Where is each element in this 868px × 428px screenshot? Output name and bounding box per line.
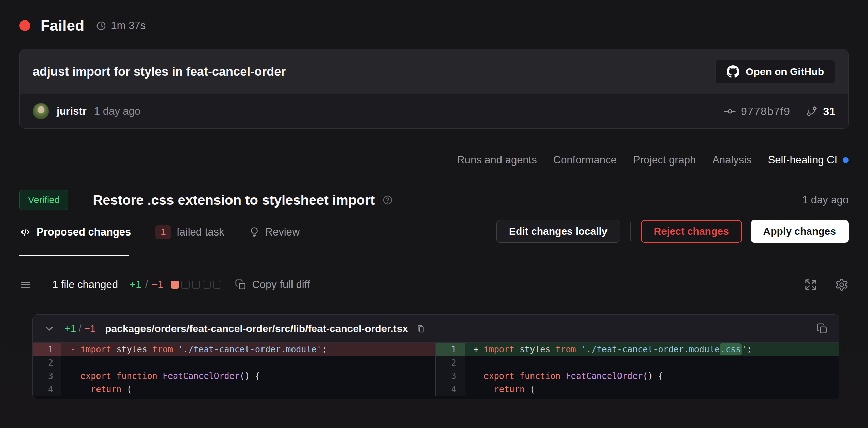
git-branch-icon <box>806 105 818 117</box>
code-line: export function FeatCancelOrder() { <box>465 369 839 383</box>
code-line: return ( <box>61 383 435 396</box>
diff-toolbar: 1 file changed +1 / −1 Copy full diff <box>19 274 849 295</box>
code-line: - import styles from './feat-cancel-orde… <box>61 343 435 356</box>
reject-changes-button[interactable]: Reject changes <box>641 220 742 243</box>
author-group: juristr 1 day ago <box>33 103 140 119</box>
copy-full-diff-label: Copy full diff <box>252 279 310 291</box>
tabs: Proposed changes 1 failed task Review <box>19 225 300 239</box>
code-line: + import styles from './feat-cancel-orde… <box>465 343 839 356</box>
diff-line: 4 return ( <box>436 383 839 396</box>
tab-proposed-changes[interactable]: Proposed changes <box>19 226 131 238</box>
nav-self-healing-ci[interactable]: Self-healing CI <box>768 154 849 166</box>
code-line <box>465 356 839 369</box>
files-changed-label: 1 file changed <box>52 279 118 291</box>
branch-count: 31 <box>823 105 835 118</box>
meter-square <box>171 281 179 289</box>
code-line: export function FeatCancelOrder() { <box>61 369 435 383</box>
nav-analysis[interactable]: Analysis <box>712 154 751 166</box>
diff-line: 3 export function FeatCancelOrder() { <box>33 369 435 383</box>
commit-meta-row: juristr 1 day ago 9778b7f9 31 <box>20 94 848 128</box>
meter-square <box>181 281 190 289</box>
file-deletions: −1 <box>84 323 95 334</box>
line-number: 2 <box>436 356 465 369</box>
branch-group[interactable]: 31 <box>806 105 835 118</box>
tab-failed-task[interactable]: 1 failed task <box>155 225 224 239</box>
file-list-menu-icon[interactable] <box>19 279 32 291</box>
failed-status-dot <box>19 20 30 31</box>
nav-runs-and-agents[interactable]: Runs and agents <box>457 154 537 166</box>
fix-header: Verified Restore .css extension to style… <box>19 190 849 210</box>
commit-details: 9778b7f9 31 <box>724 105 835 118</box>
nav-self-healing-ci-label: Self-healing CI <box>768 154 837 166</box>
diff-meter <box>171 281 221 289</box>
stats-slash: / <box>145 279 148 291</box>
fix-time: 1 day ago <box>802 194 849 206</box>
copy-full-diff-button[interactable]: Copy full diff <box>235 279 310 291</box>
line-number: 4 <box>33 383 61 396</box>
avatar[interactable] <box>33 103 49 119</box>
line-number: 2 <box>33 356 61 369</box>
copy-path-icon[interactable] <box>416 324 426 334</box>
verified-badge: Verified <box>19 190 68 210</box>
active-tab-underline <box>19 255 129 256</box>
author-name: juristr <box>57 105 87 117</box>
diff-pane-after: 1+ import styles from './feat-cancel-ord… <box>436 343 839 396</box>
run-duration: 1m 37s <box>96 19 146 32</box>
line-number: 3 <box>436 369 465 383</box>
code-line <box>61 356 435 369</box>
open-on-github-button[interactable]: Open on GitHub <box>715 60 835 83</box>
commit-hash-group[interactable]: 9778b7f9 <box>724 105 790 118</box>
tab-proposed-changes-label: Proposed changes <box>36 226 131 238</box>
diff-file-header: +1 / −1 packages/orders/feat-cancel-orde… <box>33 315 839 343</box>
diff-line: 1- import styles from './feat-cancel-ord… <box>33 343 435 356</box>
file-path: packages/orders/feat-cancel-order/src/li… <box>105 323 408 334</box>
page: Failed 1m 37s adjust import for styles i… <box>0 15 868 399</box>
nav-conformance[interactable]: Conformance <box>553 154 617 166</box>
diff-stats: +1 / −1 <box>130 279 163 291</box>
code-icon <box>19 226 31 238</box>
actions-divider <box>630 222 631 241</box>
diff-line: 3 export function FeatCancelOrder() { <box>436 369 839 383</box>
chevron-down-icon[interactable] <box>44 323 55 334</box>
github-icon <box>727 65 739 78</box>
help-icon[interactable] <box>382 195 393 205</box>
diff-settings-gear-icon[interactable] <box>835 278 849 291</box>
active-nav-dot <box>843 157 849 163</box>
fix-actions: Edit changes locally Reject changes Appl… <box>496 220 849 243</box>
file-stats-slash: / <box>79 323 81 334</box>
meter-square <box>192 281 200 289</box>
diff-pane-before: 1- import styles from './feat-cancel-ord… <box>33 343 436 396</box>
run-status-row: Failed 1m 37s <box>19 15 849 36</box>
diff-line: 1+ import styles from './feat-cancel-ord… <box>436 343 839 356</box>
code-line: return ( <box>465 383 839 396</box>
section-nav: Runs and agents Conformance Project grap… <box>19 154 849 166</box>
diff-toolbar-right <box>804 278 849 291</box>
copy-icon <box>235 279 246 290</box>
copy-file-icon[interactable] <box>816 323 828 335</box>
nav-project-graph[interactable]: Project graph <box>633 154 696 166</box>
file-diff-stats: +1 / −1 <box>65 323 95 334</box>
diff-line: 4 return ( <box>33 383 435 396</box>
commit-hash: 9778b7f9 <box>741 105 790 118</box>
commit-card: adjust import for styles in feat-cancel-… <box>19 49 849 129</box>
tab-review-label: Review <box>265 226 300 238</box>
line-number: 1 <box>33 343 61 356</box>
tabs-bottom-border <box>19 256 849 256</box>
tab-failed-task-label: failed task <box>177 226 224 238</box>
apply-changes-button[interactable]: Apply changes <box>751 220 849 243</box>
commit-title: adjust import for styles in feat-cancel-… <box>33 65 286 79</box>
tab-review[interactable]: Review <box>249 226 300 238</box>
additions-count: +1 <box>130 279 141 291</box>
edit-changes-locally-button[interactable]: Edit changes locally <box>496 220 620 243</box>
line-number: 4 <box>436 383 465 396</box>
diff-body: 1- import styles from './feat-cancel-ord… <box>33 343 839 399</box>
fix-title: Restore .css extension to stylesheet imp… <box>93 192 375 208</box>
expand-fullscreen-icon[interactable] <box>804 278 817 291</box>
run-duration-text: 1m 37s <box>111 19 146 32</box>
diff-line: 2 <box>33 356 435 369</box>
diff-line: 2 <box>436 356 839 369</box>
commit-card-header: adjust import for styles in feat-cancel-… <box>20 49 848 94</box>
line-number: 1 <box>436 343 465 356</box>
open-on-github-label: Open on GitHub <box>746 66 824 77</box>
meter-square <box>203 281 211 289</box>
